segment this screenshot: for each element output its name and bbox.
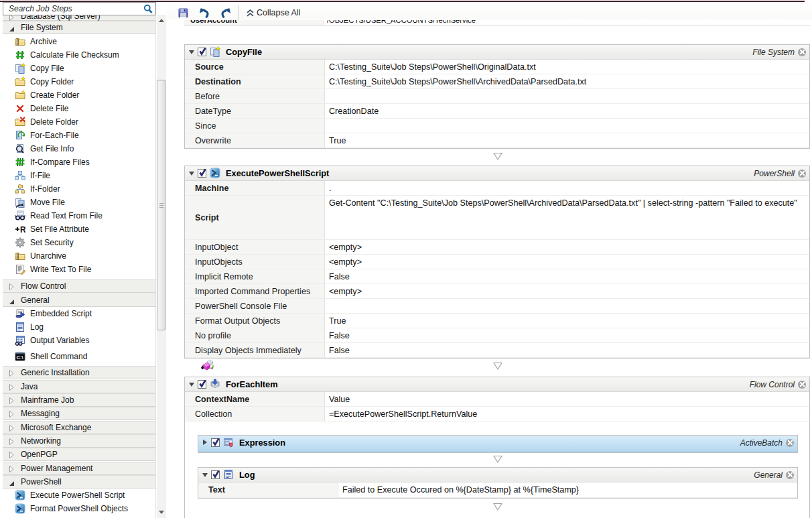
- svg-text:C:\: C:\: [17, 354, 24, 361]
- svg-text:R: R: [20, 225, 25, 235]
